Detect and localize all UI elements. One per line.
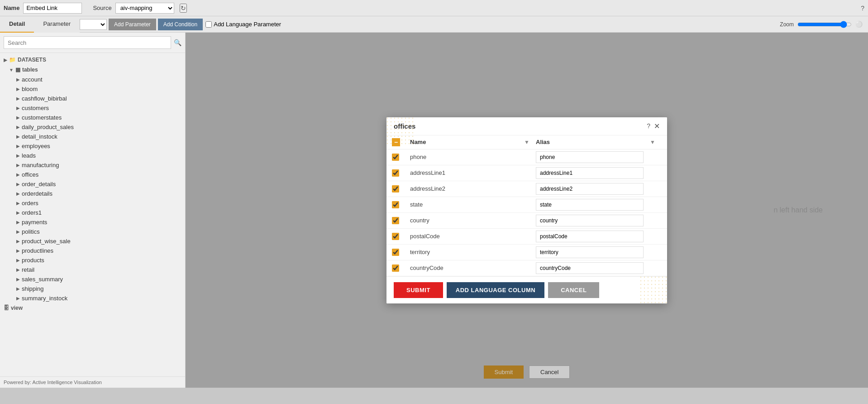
lang-param-label: Add Language Parameter bbox=[214, 21, 281, 28]
row-checkbox-addressline1[interactable] bbox=[392, 169, 399, 177]
modal-cancel-button[interactable]: CANCEL bbox=[548, 282, 599, 298]
tree-item-daily-product-sales[interactable]: ▶daily_product_sales bbox=[0, 122, 185, 132]
table-row: addressLine2 bbox=[386, 181, 667, 197]
select-all-toggle[interactable]: − bbox=[392, 138, 400, 146]
view-label: 🗄 view bbox=[0, 303, 185, 313]
lang-param-area: Add Language Parameter bbox=[205, 21, 281, 28]
alias-input-country[interactable] bbox=[536, 215, 644, 226]
datasets-folder-icon: 📁 bbox=[9, 57, 16, 63]
tree-item-detail-instock[interactable]: ▶detail_instock bbox=[0, 132, 185, 141]
tree-area: ▶ 📁 DATASETS ▼ ▦ tables ▶account ▶bloom … bbox=[0, 53, 185, 376]
tree-item-product-wise-sale[interactable]: ▶product_wise_sale bbox=[0, 236, 185, 246]
col-alias-header: Alias bbox=[536, 139, 644, 145]
tree-item-orders[interactable]: ▶orders bbox=[0, 198, 185, 208]
row-checkbox-state[interactable] bbox=[392, 201, 399, 208]
col-name-header: Name bbox=[410, 139, 518, 145]
add-condition-button[interactable]: Add Condition bbox=[158, 19, 203, 30]
name-input[interactable] bbox=[23, 3, 82, 14]
second-bar: Detail Parameter Add Parameter Add Condi… bbox=[0, 16, 868, 33]
datasets-label: ▶ 📁 DATASETS bbox=[0, 55, 185, 65]
zoom-slider[interactable] bbox=[797, 21, 852, 28]
tree-item-account[interactable]: ▶account bbox=[0, 75, 185, 84]
tab-detail[interactable]: Detail bbox=[0, 16, 34, 33]
modal-title: offices bbox=[394, 122, 415, 130]
tree-item-bloom[interactable]: ▶bloom bbox=[0, 84, 185, 94]
modal-footer: SUBMIT ADD LANGUAGE COLUMN CANCEL bbox=[386, 276, 667, 303]
tree-item-manufacturing[interactable]: ▶manufacturing bbox=[0, 160, 185, 170]
row-checkbox-postalcode[interactable] bbox=[392, 233, 399, 240]
row-name-territory: territory bbox=[410, 248, 518, 256]
row-checkbox-addressline2[interactable] bbox=[392, 185, 399, 192]
row-checkbox-countrycode[interactable] bbox=[392, 265, 399, 272]
add-parameter-button[interactable]: Add Parameter bbox=[109, 19, 156, 30]
alias-input-territory[interactable] bbox=[536, 246, 644, 258]
refresh-button[interactable]: ↻ bbox=[180, 4, 187, 13]
powered-by: Powered by: Active Intelligence Visualiz… bbox=[0, 376, 185, 388]
modal: offices ? ✕ − Name ▼ Alias ▼ bbox=[386, 117, 667, 303]
modal-help-button[interactable]: ? bbox=[647, 122, 650, 130]
row-name-country: country bbox=[410, 216, 518, 225]
tree-item-shipping[interactable]: ▶shipping bbox=[0, 284, 185, 293]
sidebar: 🔍 ▶ 📁 DATASETS ▼ ▦ tables ▶account ▶bloo… bbox=[0, 33, 186, 388]
modal-header-actions: ? ✕ bbox=[647, 122, 660, 130]
lang-param-checkbox[interactable] bbox=[205, 21, 212, 28]
table-row: state bbox=[386, 197, 667, 213]
tree-item-politics[interactable]: ▶politics bbox=[0, 227, 185, 236]
zoom-label: Zoom bbox=[780, 21, 794, 28]
tree-item-retail[interactable]: ▶retail bbox=[0, 265, 185, 274]
tree-item-customerstates[interactable]: ▶customerstates bbox=[0, 113, 185, 122]
tree-item-payments[interactable]: ▶payments bbox=[0, 217, 185, 227]
alias-input-phone[interactable] bbox=[536, 151, 644, 163]
tree-item-summary-instock[interactable]: ▶summary_instock bbox=[0, 293, 185, 303]
tree-item-orders1[interactable]: ▶orders1 bbox=[0, 208, 185, 217]
table-row: countryCode bbox=[386, 260, 667, 276]
tree-item-productlines[interactable]: ▶productlines bbox=[0, 246, 185, 255]
source-label: Source bbox=[93, 5, 111, 11]
row-checkbox-territory[interactable] bbox=[392, 249, 399, 256]
row-checkbox-phone[interactable] bbox=[392, 154, 399, 161]
zoom-area: Zoom ⚪ bbox=[780, 21, 868, 28]
view-db-icon: 🗄 bbox=[4, 305, 9, 311]
modal-submit-button[interactable]: SUBMIT bbox=[394, 282, 443, 298]
tables-label: ▼ ▦ tables bbox=[0, 65, 185, 75]
row-checkbox-country[interactable] bbox=[392, 217, 399, 224]
modal-header: offices ? ✕ bbox=[386, 117, 667, 135]
alias-input-state[interactable] bbox=[536, 199, 644, 211]
help-icon: ? bbox=[861, 5, 864, 12]
table-row: phone bbox=[386, 149, 667, 165]
tab-parameter[interactable]: Parameter bbox=[34, 16, 80, 33]
table-row: country bbox=[386, 213, 667, 229]
add-language-column-button[interactable]: ADD LANGUAGE COLUMN bbox=[447, 282, 544, 298]
tree-item-cashflow[interactable]: ▶cashflow_bibirbal bbox=[0, 94, 185, 103]
modal-close-button[interactable]: ✕ bbox=[654, 122, 660, 130]
search-icon-button[interactable]: 🔍 bbox=[174, 39, 181, 46]
name-label: Name bbox=[4, 5, 19, 11]
alias-input-countrycode[interactable] bbox=[536, 262, 644, 274]
tree-item-customers[interactable]: ▶customers bbox=[0, 103, 185, 113]
tables-chevron: ▼ bbox=[9, 67, 14, 72]
row-name-addressline1: addressLine1 bbox=[410, 168, 518, 177]
datasets-chevron: ▶ bbox=[4, 58, 7, 63]
top-bar: Name Source aiv-mapping ↻ ? bbox=[0, 0, 868, 16]
tree-item-products[interactable]: ▶products bbox=[0, 255, 185, 265]
alias-input-addressline1[interactable] bbox=[536, 167, 644, 179]
row-name-postalcode: postalCode bbox=[410, 232, 518, 240]
tree-item-orderdetails[interactable]: ▶orderdetails bbox=[0, 189, 185, 198]
tree-item-order-details[interactable]: ▶order_details bbox=[0, 179, 185, 189]
tab-dropdown[interactable] bbox=[80, 19, 107, 30]
modal-table-header: − Name ▼ Alias ▼ bbox=[386, 135, 667, 149]
name-filter-icon[interactable]: ▼ bbox=[518, 139, 536, 145]
row-name-state: state bbox=[410, 200, 518, 209]
tree-item-sales-summary[interactable]: ▶sales_summary bbox=[0, 274, 185, 284]
table-row: addressLine1 bbox=[386, 165, 667, 181]
search-input[interactable] bbox=[4, 36, 171, 49]
tree-item-employees[interactable]: ▶employees bbox=[0, 141, 185, 151]
search-box: 🔍 bbox=[0, 33, 185, 53]
tree-item-leads[interactable]: ▶leads bbox=[0, 151, 185, 160]
alias-input-postalcode[interactable] bbox=[536, 231, 644, 242]
alias-filter-icon[interactable]: ▼ bbox=[644, 139, 662, 145]
zoom-circle: ⚪ bbox=[855, 21, 863, 28]
source-select[interactable]: aiv-mapping bbox=[115, 3, 174, 14]
alias-input-addressline2[interactable] bbox=[536, 183, 644, 195]
tree-item-offices[interactable]: ▶offices bbox=[0, 170, 185, 179]
